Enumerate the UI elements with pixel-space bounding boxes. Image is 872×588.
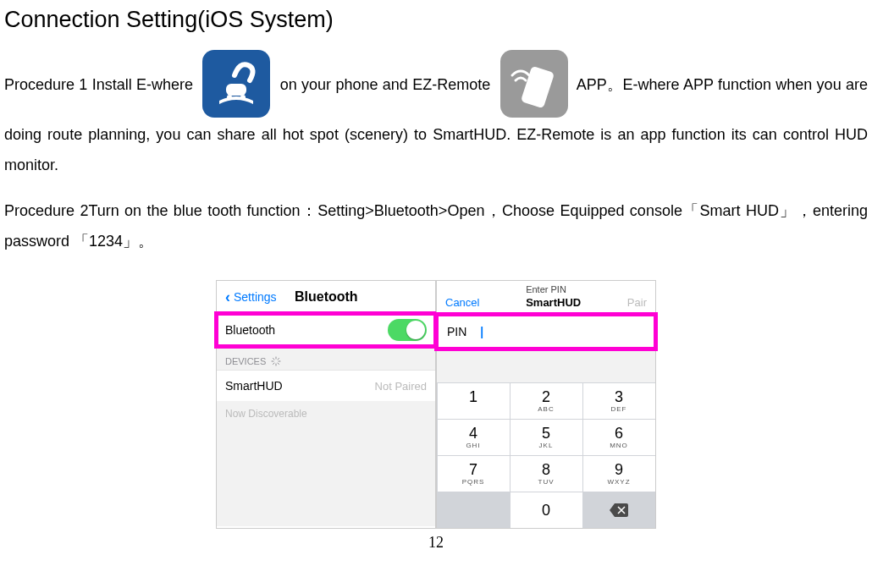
key-8[interactable]: 8TUV — [511, 456, 582, 492]
text-segment: Procedure 1 Install E-where — [4, 76, 193, 93]
procedure-1-paragraph: Procedure 1 Install E-where on your phon… — [4, 52, 868, 180]
key-2[interactable]: 2ABC — [511, 383, 582, 419]
discoverable-label: Now Discoverable — [217, 401, 435, 526]
pin-entry-screenshot: Enter PIN Cancel SmartHUD Pair PIN | 1 2… — [436, 280, 656, 529]
key-0[interactable]: 0 — [511, 492, 582, 528]
svg-point-2 — [227, 95, 232, 100]
bluetooth-toggle-on[interactable] — [388, 319, 427, 341]
spacer — [437, 349, 655, 382]
key-letters: MNO — [610, 442, 628, 449]
pin-subheader: Cancel SmartHUD Pair — [437, 294, 655, 315]
pin-label: PIN — [447, 325, 466, 338]
pin-input-row[interactable]: PIN | — [437, 315, 655, 349]
key-4[interactable]: 4GHI — [438, 420, 510, 455]
key-digit: 6 — [615, 426, 623, 441]
key-7[interactable]: 7PQRS — [438, 456, 510, 492]
text-segment: on your phone and EZ-Remote — [280, 76, 490, 93]
bluetooth-settings-screenshot: ‹ Settings Bluetooth Bluetooth DEVICES — [216, 280, 436, 529]
pin-header: Enter PIN — [437, 281, 655, 294]
key-digit: 9 — [615, 462, 623, 477]
ezremote-app-icon — [500, 50, 568, 118]
key-digit: 7 — [469, 462, 477, 477]
cancel-button[interactable]: Cancel — [445, 296, 479, 309]
key-letters: GHI — [466, 442, 480, 449]
key-6[interactable]: 6MNO — [583, 420, 655, 455]
key-digit: 5 — [542, 426, 550, 441]
page-number: 12 — [4, 529, 868, 552]
device-status: Not Paired — [375, 380, 427, 393]
key-3[interactable]: 3DEF — [583, 383, 655, 419]
svg-line-13 — [278, 359, 279, 360]
key-letters: JKL — [539, 442, 554, 449]
key-letters: PQRS — [462, 479, 485, 486]
pair-button[interactable]: Pair — [627, 296, 647, 309]
key-digit: 0 — [542, 503, 550, 518]
procedure-2-paragraph: Procedure 2Turn on the blue tooth functi… — [4, 195, 868, 256]
numeric-keypad: 1 2ABC 3DEF 4GHI 5JKL 6MNO 7PQRS 8TUV 9W… — [437, 382, 655, 528]
key-digit: 4 — [469, 426, 477, 441]
key-5[interactable]: 5JKL — [511, 420, 582, 455]
nav-bar: ‹ Settings Bluetooth — [217, 281, 435, 314]
device-row[interactable]: SmartHUD Not Paired — [217, 370, 435, 401]
spinner-icon — [271, 356, 281, 366]
key-letters: ABC — [538, 406, 554, 413]
svg-point-3 — [240, 95, 246, 100]
devices-section-header: DEVICES — [217, 346, 435, 370]
svg-line-12 — [273, 363, 275, 365]
pin-device-name: SmartHUD — [526, 296, 581, 309]
svg-line-11 — [278, 363, 279, 365]
bluetooth-toggle-row[interactable]: Bluetooth — [217, 314, 435, 346]
page-title: Connection Setting(iOS System) — [4, 7, 868, 33]
key-letters: DEF — [611, 406, 627, 413]
key-digit: 1 — [469, 389, 477, 404]
device-name: SmartHUD — [225, 379, 283, 393]
backspace-icon — [610, 503, 628, 517]
key-letters: WXYZ — [607, 479, 630, 486]
bluetooth-label: Bluetooth — [225, 323, 275, 337]
key-letters — [472, 406, 474, 413]
svg-rect-1 — [226, 84, 246, 96]
key-backspace[interactable] — [583, 492, 655, 528]
devices-label: DEVICES — [225, 356, 266, 366]
key-digit: 3 — [615, 389, 623, 404]
key-1[interactable]: 1 — [438, 383, 510, 419]
ewhere-app-icon — [202, 50, 270, 118]
text-cursor: | — [480, 325, 483, 338]
key-blank — [438, 492, 510, 528]
key-letters: TUV — [538, 479, 555, 486]
svg-line-10 — [273, 359, 275, 360]
screen-title: Bluetooth — [226, 289, 427, 305]
key-digit: 8 — [542, 462, 550, 477]
screenshot-group: ‹ Settings Bluetooth Bluetooth DEVICES — [4, 280, 868, 529]
key-9[interactable]: 9WXYZ — [583, 456, 655, 492]
key-digit: 2 — [542, 389, 550, 404]
